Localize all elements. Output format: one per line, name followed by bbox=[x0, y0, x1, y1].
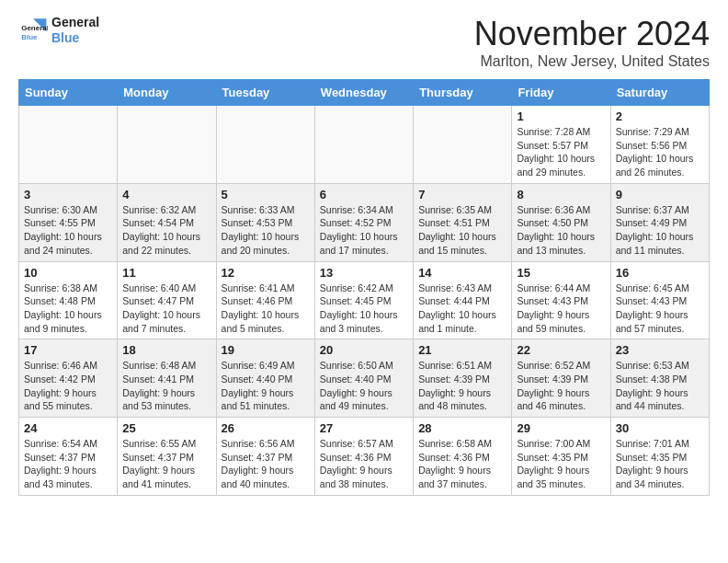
day-number: 25 bbox=[122, 421, 210, 435]
calendar-cell bbox=[19, 106, 118, 184]
calendar-cell bbox=[414, 106, 512, 184]
day-info: Sunrise: 6:33 AMSunset: 4:53 PMDaylight:… bbox=[222, 203, 310, 258]
calendar-cell bbox=[118, 106, 216, 184]
svg-text:Blue: Blue bbox=[21, 32, 38, 40]
calendar-header-saturday: Saturday bbox=[610, 80, 709, 106]
day-info: Sunrise: 6:53 AMSunset: 4:38 PMDaylight:… bbox=[616, 359, 704, 413]
day-number: 7 bbox=[418, 188, 506, 201]
calendar-cell: 22Sunrise: 6:52 AMSunset: 4:39 PMDayligh… bbox=[512, 339, 610, 418]
day-number: 29 bbox=[517, 421, 605, 435]
day-number: 27 bbox=[320, 421, 408, 435]
day-number: 21 bbox=[418, 343, 506, 357]
page: General Blue General Blue November 2024 … bbox=[0, 0, 728, 514]
day-info: Sunrise: 6:49 AMSunset: 4:40 PMDaylight:… bbox=[222, 359, 310, 413]
calendar: SundayMondayTuesdayWednesdayThursdayFrid… bbox=[18, 79, 710, 496]
day-info: Sunrise: 7:29 AMSunset: 5:56 PMDaylight:… bbox=[616, 125, 704, 179]
calendar-header-row: SundayMondayTuesdayWednesdayThursdayFrid… bbox=[19, 80, 710, 106]
day-info: Sunrise: 6:43 AMSunset: 4:44 PMDaylight:… bbox=[418, 282, 506, 336]
calendar-cell: 10Sunrise: 6:38 AMSunset: 4:48 PMDayligh… bbox=[19, 261, 118, 339]
day-info: Sunrise: 6:32 AMSunset: 4:54 PMDaylight:… bbox=[122, 203, 210, 258]
day-number: 22 bbox=[517, 343, 605, 357]
day-info: Sunrise: 6:42 AMSunset: 4:45 PMDaylight:… bbox=[320, 282, 408, 336]
calendar-header-tuesday: Tuesday bbox=[216, 80, 314, 106]
day-info: Sunrise: 6:38 AMSunset: 4:48 PMDaylight:… bbox=[24, 282, 112, 336]
day-info: Sunrise: 6:52 AMSunset: 4:39 PMDaylight:… bbox=[517, 359, 605, 413]
calendar-cell: 27Sunrise: 6:57 AMSunset: 4:36 PMDayligh… bbox=[314, 418, 413, 496]
calendar-cell: 24Sunrise: 6:54 AMSunset: 4:37 PMDayligh… bbox=[19, 418, 118, 496]
day-info: Sunrise: 6:56 AMSunset: 4:37 PMDaylight:… bbox=[222, 437, 310, 491]
calendar-cell: 25Sunrise: 6:55 AMSunset: 4:37 PMDayligh… bbox=[118, 418, 216, 496]
day-info: Sunrise: 6:48 AMSunset: 4:41 PMDaylight:… bbox=[122, 359, 210, 413]
logo-icon: General Blue bbox=[18, 16, 48, 45]
calendar-header-monday: Monday bbox=[118, 80, 216, 106]
day-info: Sunrise: 7:01 AMSunset: 4:35 PMDaylight:… bbox=[616, 437, 704, 491]
calendar-cell: 26Sunrise: 6:56 AMSunset: 4:37 PMDayligh… bbox=[216, 418, 314, 496]
day-info: Sunrise: 6:46 AMSunset: 4:42 PMDaylight:… bbox=[24, 359, 112, 413]
calendar-cell: 18Sunrise: 6:48 AMSunset: 4:41 PMDayligh… bbox=[118, 339, 216, 418]
day-number: 8 bbox=[517, 188, 605, 201]
calendar-cell: 14Sunrise: 6:43 AMSunset: 4:44 PMDayligh… bbox=[414, 261, 512, 339]
logo: General Blue General Blue bbox=[18, 15, 99, 46]
svg-text:General: General bbox=[21, 24, 48, 32]
calendar-cell: 12Sunrise: 6:41 AMSunset: 4:46 PMDayligh… bbox=[216, 261, 314, 339]
location: Marlton, New Jersey, United States bbox=[474, 53, 710, 70]
day-info: Sunrise: 6:58 AMSunset: 4:36 PMDaylight:… bbox=[418, 437, 506, 491]
day-number: 12 bbox=[222, 266, 310, 280]
day-number: 17 bbox=[24, 343, 112, 357]
calendar-week-row-5: 24Sunrise: 6:54 AMSunset: 4:37 PMDayligh… bbox=[19, 418, 710, 496]
calendar-cell: 21Sunrise: 6:51 AMSunset: 4:39 PMDayligh… bbox=[414, 339, 512, 418]
calendar-cell: 28Sunrise: 6:58 AMSunset: 4:36 PMDayligh… bbox=[414, 418, 512, 496]
day-info: Sunrise: 7:28 AMSunset: 5:57 PMDaylight:… bbox=[517, 125, 605, 179]
day-number: 4 bbox=[122, 188, 210, 201]
calendar-cell bbox=[314, 106, 413, 184]
calendar-week-row-3: 10Sunrise: 6:38 AMSunset: 4:48 PMDayligh… bbox=[19, 261, 710, 339]
calendar-cell: 4Sunrise: 6:32 AMSunset: 4:54 PMDaylight… bbox=[118, 183, 216, 261]
calendar-cell: 2Sunrise: 7:29 AMSunset: 5:56 PMDaylight… bbox=[610, 106, 709, 184]
calendar-cell: 15Sunrise: 6:44 AMSunset: 4:43 PMDayligh… bbox=[512, 261, 610, 339]
calendar-cell: 30Sunrise: 7:01 AMSunset: 4:35 PMDayligh… bbox=[610, 418, 709, 496]
calendar-cell: 16Sunrise: 6:45 AMSunset: 4:43 PMDayligh… bbox=[610, 261, 709, 339]
day-info: Sunrise: 6:55 AMSunset: 4:37 PMDaylight:… bbox=[122, 437, 210, 491]
day-info: Sunrise: 6:51 AMSunset: 4:39 PMDaylight:… bbox=[418, 359, 506, 413]
calendar-cell: 1Sunrise: 7:28 AMSunset: 5:57 PMDaylight… bbox=[512, 106, 610, 184]
calendar-header-friday: Friday bbox=[512, 80, 610, 106]
day-info: Sunrise: 6:57 AMSunset: 4:36 PMDaylight:… bbox=[320, 437, 408, 491]
day-number: 1 bbox=[517, 109, 605, 123]
day-number: 19 bbox=[222, 343, 310, 357]
day-number: 16 bbox=[616, 266, 704, 280]
day-number: 15 bbox=[517, 266, 605, 280]
day-info: Sunrise: 6:50 AMSunset: 4:40 PMDaylight:… bbox=[320, 359, 408, 413]
day-number: 28 bbox=[418, 421, 506, 435]
calendar-cell: 11Sunrise: 6:40 AMSunset: 4:47 PMDayligh… bbox=[118, 261, 216, 339]
calendar-cell: 23Sunrise: 6:53 AMSunset: 4:38 PMDayligh… bbox=[610, 339, 709, 418]
day-number: 18 bbox=[122, 343, 210, 357]
day-number: 24 bbox=[24, 421, 112, 435]
month-title: November 2024 bbox=[474, 15, 710, 53]
day-info: Sunrise: 6:44 AMSunset: 4:43 PMDaylight:… bbox=[517, 282, 605, 336]
day-info: Sunrise: 6:45 AMSunset: 4:43 PMDaylight:… bbox=[616, 282, 704, 336]
calendar-cell: 9Sunrise: 6:37 AMSunset: 4:49 PMDaylight… bbox=[610, 183, 709, 261]
day-number: 11 bbox=[122, 266, 210, 280]
day-info: Sunrise: 7:00 AMSunset: 4:35 PMDaylight:… bbox=[517, 437, 605, 491]
day-number: 13 bbox=[320, 266, 408, 280]
title-block: November 2024 Marlton, New Jersey, Unite… bbox=[474, 15, 710, 70]
calendar-cell: 17Sunrise: 6:46 AMSunset: 4:42 PMDayligh… bbox=[19, 339, 118, 418]
day-number: 3 bbox=[24, 188, 112, 201]
day-number: 14 bbox=[418, 266, 506, 280]
calendar-cell: 7Sunrise: 6:35 AMSunset: 4:51 PMDaylight… bbox=[414, 183, 512, 261]
day-info: Sunrise: 6:41 AMSunset: 4:46 PMDaylight:… bbox=[222, 282, 310, 336]
day-number: 26 bbox=[222, 421, 310, 435]
day-info: Sunrise: 6:40 AMSunset: 4:47 PMDaylight:… bbox=[122, 282, 210, 336]
day-number: 20 bbox=[320, 343, 408, 357]
day-info: Sunrise: 6:36 AMSunset: 4:50 PMDaylight:… bbox=[517, 203, 605, 258]
calendar-cell: 13Sunrise: 6:42 AMSunset: 4:45 PMDayligh… bbox=[314, 261, 413, 339]
calendar-header-wednesday: Wednesday bbox=[314, 80, 413, 106]
logo-general: General bbox=[51, 15, 99, 30]
calendar-cell bbox=[216, 106, 314, 184]
day-info: Sunrise: 6:35 AMSunset: 4:51 PMDaylight:… bbox=[418, 203, 506, 258]
calendar-header-sunday: Sunday bbox=[19, 80, 118, 106]
day-number: 5 bbox=[222, 188, 310, 201]
calendar-cell: 5Sunrise: 6:33 AMSunset: 4:53 PMDaylight… bbox=[216, 183, 314, 261]
calendar-week-row-2: 3Sunrise: 6:30 AMSunset: 4:55 PMDaylight… bbox=[19, 183, 710, 261]
calendar-week-row-1: 1Sunrise: 7:28 AMSunset: 5:57 PMDaylight… bbox=[19, 106, 710, 184]
